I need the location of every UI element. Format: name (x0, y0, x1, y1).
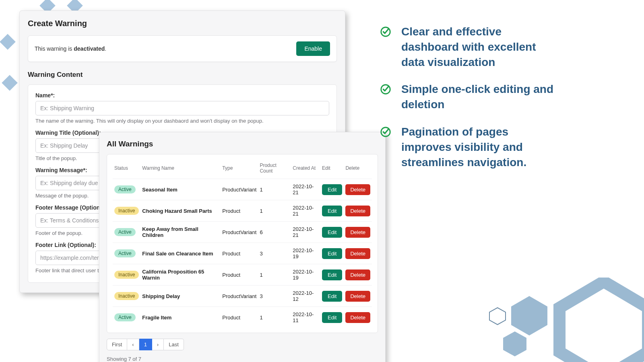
col-status: Status (113, 160, 140, 179)
edit-button[interactable]: Edit (322, 227, 342, 238)
created-cell: 2022-10-19 (291, 264, 320, 286)
table-row: InactiveCalifornia Proposition 65 Warnin… (113, 264, 372, 286)
all-warnings-title: All Warnings (107, 140, 378, 148)
warning-status-message: This warning is deactivated. (35, 45, 106, 52)
feature-item: Simple one-click editing and deletion (380, 82, 561, 112)
count-cell: 3 (258, 243, 291, 264)
created-cell: 2022-10-21 (291, 222, 320, 243)
count-cell: 3 (258, 286, 291, 307)
pager-first[interactable]: First (107, 339, 127, 350)
col-name: Warning Name (140, 160, 221, 179)
count-cell: 1 (258, 200, 291, 222)
delete-button[interactable]: Delete (345, 184, 370, 195)
status-badge: Active (114, 313, 136, 321)
delete-button[interactable]: Delete (345, 206, 370, 216)
status-badge: Inactive (114, 271, 139, 279)
count-cell: 1 (258, 264, 291, 286)
edit-button[interactable]: Edit (322, 248, 342, 259)
decoration-hexagon (488, 306, 507, 326)
pager-last[interactable]: Last (164, 339, 184, 350)
delete-button[interactable]: Delete (345, 269, 370, 280)
status-badge: Active (114, 228, 136, 236)
decoration-square (0, 34, 16, 50)
status-prefix: This warning is (35, 45, 74, 52)
pager-prev[interactable]: ‹ (127, 339, 139, 350)
delete-button[interactable]: Delete (345, 248, 370, 259)
feature-text: Clear and effective dashboard with excel… (401, 24, 561, 70)
type-cell: ProductVariant (221, 179, 258, 200)
warning-name-cell: Seasonal Item (140, 179, 221, 200)
count-cell: 1 (258, 179, 291, 200)
edit-button[interactable]: Edit (322, 184, 342, 195)
all-warnings-panel: All Warnings Status Warning Name Type Pr… (99, 132, 386, 362)
type-cell: Product (221, 264, 258, 286)
created-cell: 2022-10-19 (291, 243, 320, 264)
svg-marker-5 (503, 331, 526, 356)
table-row: ActiveKeep Away from Small ChildrenProdu… (113, 222, 372, 243)
count-cell: 6 (258, 222, 291, 243)
table-row: ActiveFinal Sale on Clearance ItemProduc… (113, 243, 372, 264)
pager-page-1[interactable]: 1 (139, 339, 152, 350)
type-cell: Product (221, 307, 258, 328)
feature-text: Simple one-click editing and deletion (401, 82, 561, 112)
created-cell: 2022-10-21 (291, 179, 320, 200)
create-warning-title: Create Warning (28, 19, 337, 28)
col-count: Product Count (258, 160, 291, 179)
delete-button[interactable]: Delete (345, 312, 370, 323)
decoration-square (2, 75, 18, 91)
created-cell: 2022-10-12 (291, 286, 320, 307)
table-row: InactiveShipping DelayProductVariant3202… (113, 286, 372, 307)
created-cell: 2022-10-11 (291, 307, 320, 328)
decoration-hexagon (501, 330, 529, 358)
showing-count: Showing 7 of 7 (107, 356, 378, 362)
field-name: Name*: The name of the warning. This wil… (35, 92, 329, 124)
warning-name-cell: Fragile Item (140, 307, 221, 328)
col-delete: Delete (344, 160, 372, 179)
table-row: ActiveSeasonal ItemProductVariant12022-1… (113, 179, 372, 200)
name-input[interactable] (35, 101, 329, 115)
name-label: Name*: (35, 92, 329, 99)
warning-name-cell: Final Sale on Clearance Item (140, 243, 221, 264)
edit-button[interactable]: Edit (322, 269, 342, 280)
warning-name-cell: Keep Away from Small Children (140, 222, 221, 243)
check-icon (380, 26, 396, 39)
edit-button[interactable]: Edit (322, 206, 342, 216)
svg-marker-3 (559, 282, 644, 362)
status-badge: Active (114, 185, 136, 193)
warning-name-cell: Shipping Delay (140, 286, 221, 307)
col-edit: Edit (320, 160, 344, 179)
decoration-hexagon (551, 278, 644, 362)
check-icon (380, 83, 396, 97)
delete-button[interactable]: Delete (345, 291, 370, 302)
feature-text: Pagination of pages improves visibility … (401, 124, 561, 170)
warning-content-section-title: Warning Content (28, 71, 337, 79)
edit-button[interactable]: Edit (322, 291, 342, 302)
feature-item: Pagination of pages improves visibility … (380, 124, 561, 170)
warnings-table-card: Status Warning Name Type Product Count C… (107, 154, 378, 333)
pager-next[interactable]: › (152, 339, 164, 350)
status-badge: Active (114, 249, 136, 257)
name-help: The name of the warning. This will only … (35, 118, 329, 124)
enable-button[interactable]: Enable (296, 41, 330, 56)
type-cell: Product (221, 200, 258, 222)
table-row: InactiveChoking Hazard Small PartsProduc… (113, 200, 372, 222)
status-word: deactivated (74, 45, 105, 52)
warning-name-cell: Choking Hazard Small Parts (140, 200, 221, 222)
status-badge: Inactive (114, 207, 139, 215)
feature-item: Clear and effective dashboard with excel… (380, 24, 561, 70)
col-created: Created At (291, 160, 320, 179)
check-icon (380, 126, 396, 140)
features-list: Clear and effective dashboard with excel… (380, 24, 561, 182)
warning-name-cell: California Proposition 65 Warnin (140, 264, 221, 286)
col-type: Type (221, 160, 258, 179)
created-cell: 2022-10-21 (291, 200, 320, 222)
count-cell: 1 (258, 307, 291, 328)
warnings-table: Status Warning Name Type Product Count C… (113, 160, 372, 328)
delete-button[interactable]: Delete (345, 227, 370, 238)
edit-button[interactable]: Edit (322, 312, 342, 323)
type-cell: Product (221, 243, 258, 264)
svg-marker-6 (489, 308, 506, 325)
status-suffix: . (105, 45, 106, 52)
type-cell: ProductVariant (221, 222, 258, 243)
status-badge: Inactive (114, 292, 139, 300)
